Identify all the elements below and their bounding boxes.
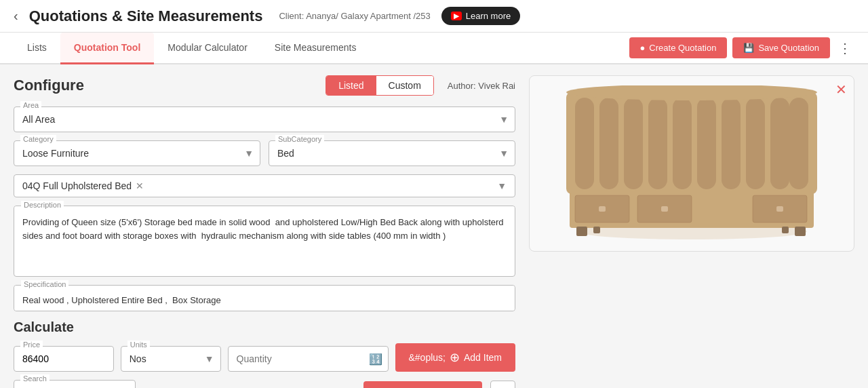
bottom-row: Total Price: 17,41,632 Preview & Export … bbox=[245, 381, 515, 388]
left-panel: Configure Listed Custom Author: Vivek Ra… bbox=[14, 75, 515, 388]
price-label: Price bbox=[20, 341, 43, 349]
area-field: Area All Area ▼ bbox=[14, 106, 515, 132]
specification-input[interactable] bbox=[14, 286, 515, 311]
listed-toggle-button[interactable]: Listed bbox=[326, 76, 376, 95]
product-image-container: ✕ bbox=[529, 75, 854, 252]
bed-image bbox=[549, 85, 834, 241]
nav-bar: Lists Quotation Tool Modular Calculator … bbox=[0, 33, 868, 64]
category-subcategory-row: Category Loose Furniture ▼ SubCategory B… bbox=[14, 140, 515, 166]
tab-lists[interactable]: Lists bbox=[14, 33, 60, 64]
back-icon[interactable]: ‹ bbox=[14, 8, 18, 24]
svg-rect-32 bbox=[593, 227, 600, 233]
search-label: Search bbox=[20, 374, 50, 383]
learn-more-label: Learn more bbox=[466, 11, 511, 21]
svg-rect-22 bbox=[648, 98, 667, 189]
description-group: Description Providing of Queen size (5'x… bbox=[14, 206, 515, 277]
specification-group: Specification bbox=[14, 285, 515, 311]
save-quotation-button[interactable]: 💾 Save Quotation bbox=[732, 37, 830, 58]
create-quotation-button[interactable]: ● Create Quotation bbox=[629, 37, 728, 58]
quantity-wrapper: 🔢 bbox=[228, 346, 389, 372]
svg-rect-20 bbox=[599, 98, 618, 189]
configure-header: Configure Listed Custom Author: Vivek Ra… bbox=[14, 75, 515, 96]
preview-export-button[interactable]: Preview & Export PDF bbox=[363, 381, 482, 389]
tab-modular-calculator[interactable]: Modular Calculator bbox=[154, 33, 261, 64]
search-row: Search Total Price: 17,41,632 Preview & … bbox=[14, 380, 515, 388]
product-tag-remove-icon[interactable]: ✕ bbox=[136, 180, 144, 191]
listed-custom-toggle: Listed Custom bbox=[326, 75, 434, 96]
category-field: Category Loose Furniture ▼ bbox=[14, 140, 260, 166]
svg-rect-26 bbox=[746, 98, 765, 189]
product-dropdown-icon: ▼ bbox=[497, 180, 507, 191]
create-quotation-label: Create Quotation bbox=[649, 43, 716, 53]
area-label: Area bbox=[20, 101, 41, 109]
svg-rect-24 bbox=[697, 98, 716, 189]
author-text: Author: Vivek Rai bbox=[448, 81, 515, 91]
subcategory-field: SubCategory Bed ▼ bbox=[269, 140, 515, 166]
add-item-plus-icon: &#oplus; bbox=[409, 352, 446, 363]
category-select[interactable]: Loose Furniture bbox=[14, 140, 260, 166]
svg-rect-23 bbox=[673, 98, 692, 189]
calc-inputs-row: Price Units Nos Sq ft Running ft Units ▼ bbox=[14, 343, 515, 372]
nav-actions: ● Create Quotation 💾 Save Quotation ⋮ bbox=[629, 37, 855, 59]
more-options-icon[interactable]: ⋮ bbox=[835, 37, 854, 59]
add-icon-circle: ⊕ bbox=[450, 350, 460, 365]
svg-rect-19 bbox=[575, 98, 594, 189]
add-item-button[interactable]: &#oplus; ⊕ Add Item bbox=[395, 343, 516, 372]
save-quotation-icon: 💾 bbox=[743, 43, 754, 53]
svg-rect-28 bbox=[789, 98, 808, 189]
subcategory-label: SubCategory bbox=[275, 135, 324, 143]
svg-rect-25 bbox=[722, 98, 741, 189]
app-title: Quotations & Site Measurements bbox=[29, 7, 263, 25]
subcategory-select[interactable]: Bed bbox=[269, 140, 515, 166]
product-field: 04Q Full Upholstered Bed ✕ ▼ bbox=[14, 174, 515, 197]
product-tag-label: 04Q Full Upholstered Bed bbox=[22, 180, 132, 191]
area-row: Area All Area ▼ bbox=[14, 106, 515, 132]
main-content: Configure Listed Custom Author: Vivek Ra… bbox=[0, 64, 868, 388]
specification-label: Specification bbox=[21, 280, 68, 288]
tab-quotation-tool[interactable]: Quotation Tool bbox=[60, 33, 155, 64]
youtube-icon: ▶ bbox=[451, 12, 462, 20]
units-field: Units Nos Sq ft Running ft Units ▼ bbox=[121, 346, 221, 372]
description-label: Description bbox=[21, 201, 64, 209]
svg-rect-31 bbox=[795, 227, 806, 236]
svg-rect-30 bbox=[576, 227, 587, 236]
svg-rect-21 bbox=[624, 98, 643, 189]
svg-rect-5 bbox=[661, 206, 668, 212]
client-info: Client: Ananya/ Galaxy Apartment /253 bbox=[279, 11, 430, 21]
product-row: 04Q Full Upholstered Bed ✕ ▼ bbox=[14, 174, 515, 197]
calculate-title: Calculate bbox=[14, 319, 515, 335]
top-bar: ‹ Quotations & Site Measurements Client:… bbox=[0, 0, 868, 33]
svg-rect-27 bbox=[770, 98, 789, 189]
quantity-input[interactable] bbox=[229, 347, 363, 371]
tab-site-measurements[interactable]: Site Measurements bbox=[261, 33, 370, 64]
svg-rect-33 bbox=[782, 227, 789, 233]
svg-rect-7 bbox=[776, 206, 783, 212]
units-select[interactable]: Nos Sq ft Running ft Units bbox=[121, 346, 221, 372]
image-close-button[interactable]: ✕ bbox=[835, 81, 847, 98]
add-item-label: Add Item bbox=[464, 352, 502, 363]
calculate-section: Calculate Price Units Nos Sq ft Running … bbox=[14, 319, 515, 388]
create-quotation-icon: ● bbox=[640, 43, 646, 53]
price-field: Price bbox=[14, 346, 114, 372]
product-tag-select[interactable]: 04Q Full Upholstered Bed ✕ ▼ bbox=[14, 174, 515, 197]
quantity-field: 🔢 bbox=[228, 346, 389, 372]
save-quotation-label: Save Quotation bbox=[758, 43, 819, 53]
search-field: Search bbox=[14, 380, 239, 388]
table-view-button[interactable]: ▦ bbox=[490, 381, 515, 388]
units-label: Units bbox=[127, 341, 150, 349]
configure-title: Configure bbox=[14, 77, 84, 94]
right-panel: ✕ bbox=[529, 75, 854, 388]
calculator-icon[interactable]: 🔢 bbox=[363, 347, 388, 371]
area-select[interactable]: All Area bbox=[14, 106, 515, 132]
category-label: Category bbox=[20, 135, 56, 143]
svg-rect-3 bbox=[599, 206, 606, 212]
description-textarea[interactable]: Providing of Queen size (5'x6') Storage … bbox=[14, 206, 515, 274]
product-tag-chip: 04Q Full Upholstered Bed ✕ bbox=[22, 180, 144, 191]
custom-toggle-button[interactable]: Custom bbox=[376, 76, 433, 95]
price-input[interactable] bbox=[14, 346, 114, 372]
learn-more-button[interactable]: ▶ Learn more bbox=[441, 7, 520, 25]
